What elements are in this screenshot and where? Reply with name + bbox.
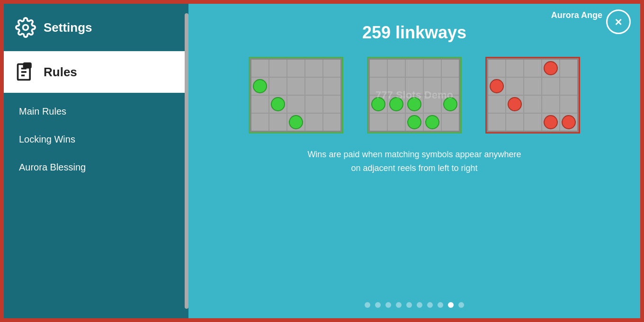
dot-4[interactable] [396, 302, 402, 308]
circle-green [271, 97, 285, 111]
main-content: Aurora Ange × 259 linkways [188, 4, 640, 318]
g2-cell-3-2 [406, 114, 423, 131]
sidebar-item-settings[interactable]: Settings [4, 4, 188, 51]
circle-red [544, 61, 558, 75]
description: Wins are paid when matching symbols appe… [307, 148, 521, 175]
g3-cell-0-3 [542, 60, 559, 77]
g2-cell-2-4 [442, 96, 459, 113]
circle-green [253, 79, 267, 93]
g3-cell-1-2 [524, 78, 541, 95]
circle-green [425, 115, 439, 129]
rules-label: Rules [44, 65, 77, 80]
settings-label: Settings [44, 20, 92, 35]
circle-red [490, 79, 504, 93]
dot-5[interactable] [406, 302, 412, 308]
g3-cell-3-4 [560, 114, 577, 131]
g3-cell-1-0 [488, 78, 505, 95]
g2-cell-1-2 [406, 78, 423, 95]
g3-cell-1-4 [560, 78, 577, 95]
grid-3 [485, 57, 580, 134]
g2-cell-2-2 [406, 96, 423, 113]
cell-0-1 [269, 60, 286, 77]
cell-1-1 [269, 78, 286, 95]
g3-cell-0-4 [560, 60, 577, 77]
grid-2 [367, 57, 462, 134]
g2-cell-3-3 [424, 114, 441, 131]
sidebar-item-rules[interactable]: Rules [4, 51, 188, 93]
g3-cell-0-1 [506, 60, 523, 77]
svg-point-0 [23, 25, 28, 30]
g2-cell-2-3 [424, 96, 441, 113]
dot-10[interactable] [458, 302, 464, 308]
sidebar: Settings Rules Main Rules Lo [4, 4, 188, 318]
cell-1-4 [323, 78, 340, 95]
g3-cell-0-2 [524, 60, 541, 77]
circle-green [371, 97, 385, 111]
cell-2-0 [251, 96, 268, 113]
circle-green [289, 115, 303, 129]
cell-3-3 [305, 114, 322, 131]
circle-green [389, 97, 403, 111]
circle-red [544, 115, 558, 129]
dot-7[interactable] [427, 302, 433, 308]
g3-cell-2-0 [488, 96, 505, 113]
g2-cell-0-3 [424, 60, 441, 77]
grids-row: 777 Slots Demo [249, 57, 580, 134]
dot-8[interactable] [438, 302, 443, 308]
g3-cell-2-1 [506, 96, 523, 113]
circle-green [407, 97, 421, 111]
sidebar-item-main-rules[interactable]: Main Rules [4, 98, 188, 125]
circle-green [407, 115, 421, 129]
g3-cell-0-0 [488, 60, 505, 77]
g3-cell-1-3 [542, 78, 559, 95]
circle-red [508, 97, 522, 111]
grid-2-cells [370, 60, 459, 131]
cell-3-2 [287, 114, 304, 131]
dot-9[interactable] [448, 302, 454, 308]
cell-0-2 [287, 60, 304, 77]
g3-cell-2-2 [524, 96, 541, 113]
cell-0-4 [323, 60, 340, 77]
cell-3-1 [269, 114, 286, 131]
g2-cell-2-0 [370, 96, 387, 113]
scrollbar[interactable] [185, 13, 188, 309]
sidebar-item-aurora-blessing[interactable]: Aurora Blessing [4, 153, 188, 181]
cell-0-3 [305, 60, 322, 77]
g3-cell-3-2 [524, 114, 541, 131]
g3-cell-3-1 [506, 114, 523, 131]
rules-icon [15, 62, 36, 82]
close-button[interactable]: × [606, 9, 631, 34]
g2-cell-1-0 [370, 78, 387, 95]
svg-rect-5 [24, 63, 31, 68]
cell-2-3 [305, 96, 322, 113]
g2-cell-3-0 [370, 114, 387, 131]
cell-2-4 [323, 96, 340, 113]
dot-6[interactable] [417, 302, 422, 308]
page-title: 259 linkways [362, 23, 466, 43]
grid-1-cells [251, 60, 340, 131]
dot-1[interactable] [365, 302, 370, 308]
gear-icon [15, 17, 36, 38]
g2-cell-0-2 [406, 60, 423, 77]
cell-1-3 [305, 78, 322, 95]
sidebar-item-locking-wins[interactable]: Locking Wins [4, 125, 188, 153]
dot-3[interactable] [385, 302, 391, 308]
g2-cell-2-1 [388, 96, 405, 113]
sidebar-subitems: Main Rules Locking Wins Aurora Blessing [4, 93, 188, 186]
g3-cell-3-3 [542, 114, 559, 131]
g3-cell-2-3 [542, 96, 559, 113]
top-right-label: Aurora Ange [551, 10, 602, 20]
g2-cell-1-4 [442, 78, 459, 95]
g2-cell-0-4 [442, 60, 459, 77]
g3-cell-3-0 [488, 114, 505, 131]
g2-cell-0-1 [388, 60, 405, 77]
cell-2-1 [269, 96, 286, 113]
circle-green [443, 97, 457, 111]
dot-2[interactable] [375, 302, 381, 308]
g2-cell-1-3 [424, 78, 441, 95]
circle-red [562, 115, 576, 129]
g2-cell-0-0 [370, 60, 387, 77]
g2-cell-3-4 [442, 114, 459, 131]
cell-0-0 [251, 60, 268, 77]
g3-cell-2-4 [560, 96, 577, 113]
